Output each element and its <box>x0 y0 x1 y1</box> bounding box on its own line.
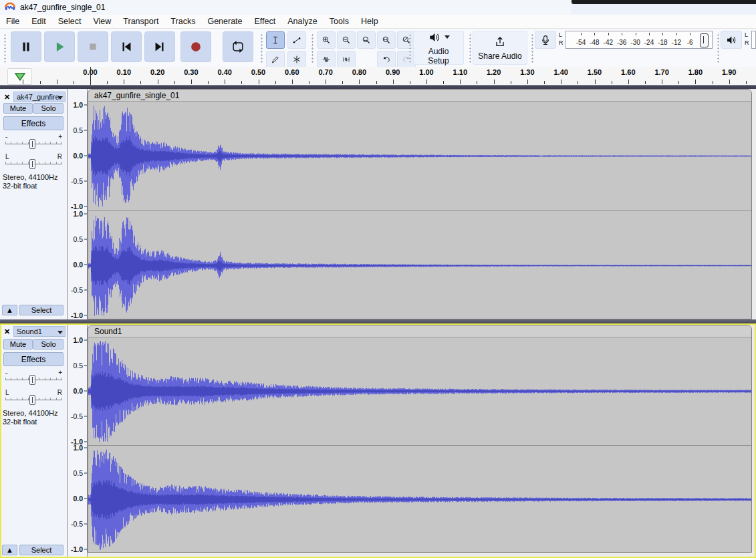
menu-item-analyze[interactable]: Analyze <box>281 15 323 28</box>
vruler-label: -0.5 <box>71 412 83 420</box>
share-audio-button[interactable]: Share Audio <box>473 31 527 65</box>
stop-button[interactable] <box>78 31 108 62</box>
fit-project-button[interactable] <box>377 31 396 49</box>
gain-max-label: + <box>58 134 62 140</box>
track-close-button[interactable]: ✕ <box>1 92 13 102</box>
gain-slider[interactable]: - + <box>4 370 64 387</box>
effects-button[interactable]: Effects <box>3 116 64 130</box>
track-name-dropdown[interactable]: Sound1 <box>13 326 66 337</box>
playback-meter[interactable] <box>751 31 756 49</box>
zoom-to-selection-button[interactable] <box>357 31 376 49</box>
playback-meter-button[interactable] <box>721 31 742 49</box>
waveform-canvas[interactable] <box>88 337 751 445</box>
draw-tool-button[interactable] <box>266 51 285 68</box>
waveform-channel-left[interactable] <box>88 102 751 211</box>
multi-tool-button[interactable] <box>287 51 306 68</box>
record-icon <box>188 39 203 54</box>
play-button[interactable] <box>44 31 75 62</box>
menu-item-view[interactable]: View <box>87 15 117 28</box>
track-close-button[interactable]: ✕ <box>1 326 13 337</box>
waveform-canvas[interactable] <box>88 102 751 211</box>
toolbar-grip[interactable] <box>716 33 721 63</box>
waveform-channels[interactable] <box>88 102 751 319</box>
pan-slider-thumb[interactable] <box>29 395 35 405</box>
vruler-tick <box>84 416 87 416</box>
menu-item-help[interactable]: Help <box>355 15 384 28</box>
loop-button[interactable] <box>223 31 253 62</box>
clip-title-bar[interactable]: Sound1 <box>88 325 751 337</box>
timeline-ruler[interactable]: 0.000.100.200.300.400.500.600.700.800.90… <box>0 67 756 85</box>
toolbar-grip[interactable] <box>468 33 473 63</box>
envelope-tool-button[interactable] <box>287 31 306 49</box>
pan-slider[interactable]: L R <box>4 390 64 407</box>
gain-max-label: + <box>58 370 62 376</box>
menu-item-tools[interactable]: Tools <box>324 15 355 28</box>
toolbar-grip[interactable] <box>530 33 535 63</box>
menu-item-transport[interactable]: Transport <box>117 15 164 28</box>
zoom-in-button[interactable] <box>317 31 336 49</box>
waveform-channel-left[interactable] <box>88 337 751 445</box>
undo-button[interactable] <box>377 51 396 68</box>
select-button[interactable]: Select <box>19 545 64 555</box>
trim-audio-button[interactable] <box>317 51 336 68</box>
record-level-slider-thumb[interactable] <box>700 33 709 47</box>
waveform-canvas[interactable] <box>88 211 751 319</box>
audio-clip[interactable]: ak47_gunfire_single_01 <box>88 89 752 319</box>
vertical-ruler[interactable]: 1.00.50.0-0.5-1.01.00.50.0-0.5-1.0 <box>68 89 88 319</box>
waveform-channel-right[interactable] <box>88 211 751 319</box>
tracks-panel: ✕ ak47_gunfire Mute Solo Effects - + L R <box>0 89 756 558</box>
meter-scale-tick <box>676 33 677 35</box>
waveform-channels[interactable] <box>88 337 751 553</box>
pan-slider[interactable]: L R <box>4 154 64 171</box>
mute-button[interactable]: Mute <box>3 103 33 114</box>
select-button[interactable]: Select <box>19 305 64 315</box>
waveform-channel-right[interactable] <box>88 445 751 553</box>
audio-clip[interactable]: Sound1 <box>88 325 752 553</box>
meter-scale-tick <box>581 33 582 35</box>
selection-tool-button[interactable] <box>266 31 285 49</box>
menu-item-select[interactable]: Select <box>52 15 88 28</box>
record-meter-mic-button[interactable] <box>535 31 556 49</box>
zoom-out-button[interactable] <box>337 31 356 49</box>
toolbar-grip[interactable] <box>3 33 7 63</box>
collapse-button[interactable]: ▲ <box>2 305 17 315</box>
stop-icon <box>86 39 100 54</box>
menu-item-tracks[interactable]: Tracks <box>164 15 201 28</box>
skip-to-end-button[interactable] <box>144 31 175 62</box>
menu-item-file[interactable]: File <box>0 15 25 28</box>
mute-button[interactable]: Mute <box>3 339 33 350</box>
record-meter[interactable]: -54-48-42-36-30-24-18-12-6 <box>565 31 713 49</box>
clip-title-bar[interactable]: ak47_gunfire_single_01 <box>88 90 751 102</box>
vruler-tick <box>84 213 87 214</box>
skip-to-start-button[interactable] <box>111 31 142 62</box>
record-button[interactable] <box>180 31 211 62</box>
solo-button[interactable]: Solo <box>33 339 64 350</box>
pause-button[interactable] <box>11 31 41 62</box>
undo-icon <box>382 53 391 66</box>
menu-item-effect[interactable]: Effect <box>249 15 282 28</box>
ruler-major-tick <box>426 80 427 84</box>
gain-slider-thumb[interactable] <box>29 375 35 385</box>
silence-audio-button[interactable] <box>337 51 356 68</box>
toolbar-grip[interactable] <box>310 33 315 63</box>
waveform-canvas[interactable] <box>88 446 751 553</box>
ruler-time-label: 0.60 <box>285 68 299 76</box>
vertical-ruler[interactable]: 1.00.50.0-0.5-1.01.00.50.0-0.5-1.0 <box>68 323 88 558</box>
meter-scale-tick <box>608 33 609 35</box>
ruler-major-tick <box>494 80 495 84</box>
gain-slider[interactable]: - + <box>4 134 64 151</box>
menu-item-edit[interactable]: Edit <box>25 15 52 28</box>
pan-slider-thumb[interactable] <box>29 159 35 169</box>
track-name-dropdown[interactable]: ak47_gunfire <box>13 92 66 102</box>
toolbar-grip[interactable] <box>408 33 412 63</box>
audio-setup-button[interactable]: Audio Setup <box>413 31 464 65</box>
menu-item-generate[interactable]: Generate <box>201 15 248 28</box>
effects-button[interactable]: Effects <box>3 352 64 366</box>
ruler-time-label: 0.10 <box>117 68 131 76</box>
vruler-label: 1.0 <box>73 210 83 218</box>
solo-button[interactable]: Solo <box>33 103 64 114</box>
collapse-button[interactable]: ▲ <box>2 545 17 555</box>
ruler-minor-tick <box>107 81 108 84</box>
gain-slider-thumb[interactable] <box>29 139 35 149</box>
toolbar-grip[interactable] <box>259 33 264 63</box>
